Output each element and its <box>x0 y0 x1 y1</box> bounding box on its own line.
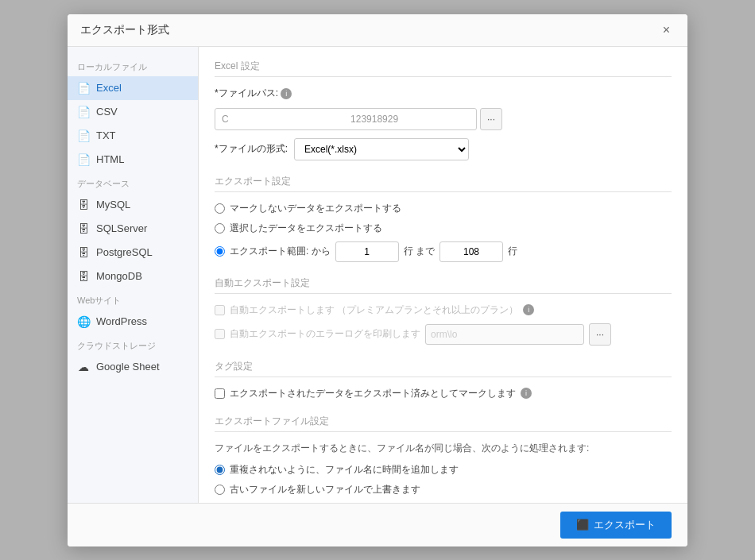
export-btn-icon: ⬛ <box>576 519 589 531</box>
html-icon: 📄 <box>77 153 90 166</box>
sidebar: ローカルファイル 📄 Excel 📄 CSV 📄 TXT 📄 HTML データベ… <box>68 47 199 503</box>
export-btn-label: エクスポート <box>594 518 656 532</box>
radio-range[interactable] <box>215 246 225 257</box>
export-dialog: エクスポート形式 × ローカルファイル 📄 Excel 📄 CSV 📄 TXT … <box>68 14 687 546</box>
dialog-body: ローカルファイル 📄 Excel 📄 CSV 📄 TXT 📄 HTML データベ… <box>68 47 687 503</box>
auto-log-checkbox[interactable] <box>215 329 225 339</box>
auto-export-title: 自動エクスポート設定 <box>215 276 672 294</box>
dialog-footer: ⬛ エクスポート <box>68 503 687 546</box>
radio-range-label: エクスポート範囲: から <box>230 245 331 258</box>
tag-section-title: タグ設定 <box>215 360 672 377</box>
radio-selected-label: 選択したデータをエクスポートする <box>230 222 382 235</box>
export-file-title: エクスポートファイル設定 <box>215 415 672 432</box>
export-file-section: エクスポートファイル設定 ファイルをエクスポートするときに、ファイル名が同じ場合… <box>215 415 672 503</box>
sidebar-item-html[interactable]: 📄 HTML <box>68 148 198 172</box>
auto-export-row: 自動エクスポートします （プレミアムプランとそれ以上のプラン） i <box>215 303 672 317</box>
dialog-header: エクスポート形式 × <box>68 14 687 47</box>
export-settings-section: エクスポート設定 マークしないデータをエクスポートする 選択したデータをエクスポ… <box>215 175 672 262</box>
file-path-info-icon[interactable]: i <box>281 88 292 99</box>
sidebar-item-sqlserver[interactable]: 🗄 SQLServer <box>68 217 198 241</box>
sidebar-item-postgresql[interactable]: 🗄 PostgreSQL <box>68 241 198 265</box>
mysql-icon: 🗄 <box>77 199 90 211</box>
export-button[interactable]: ⬛ エクスポート <box>560 512 672 539</box>
export-settings-title: エクスポート設定 <box>215 175 672 192</box>
excel-section-title: Excel 設定 <box>215 60 672 77</box>
auto-log-browse-button[interactable]: ··· <box>589 323 611 346</box>
sidebar-label-excel: Excel <box>96 82 122 94</box>
sidebar-label-googlesheet: Google Sheet <box>96 361 160 373</box>
radio-add-time[interactable] <box>215 465 225 475</box>
file-format-label: *ファイルの形式: <box>215 142 288 156</box>
tag-mark-label: エクスポートされたデータをエクスポート済みとしてマークします <box>230 387 516 400</box>
mongodb-icon: 🗄 <box>77 270 90 283</box>
close-button[interactable]: × <box>658 22 675 38</box>
range-to-label: 行 まで <box>404 245 435 258</box>
radio-add-time-row: 重複されないように、ファイル名に時間を追加します <box>215 463 672 477</box>
radio-unmark-row: マークしないデータをエクスポートする <box>215 202 672 215</box>
main-content: Excel 設定 *ファイルパス: i ··· *ファイルの形式: Excel(… <box>199 47 687 503</box>
radio-add-time-label: 重複されないように、ファイル名に時間を追加します <box>230 463 459 477</box>
postgresql-icon: 🗄 <box>77 246 90 259</box>
file-path-label: *ファイルパス: i <box>215 87 292 100</box>
file-path-row: *ファイルパス: i <box>215 87 672 100</box>
radio-overwrite[interactable] <box>215 485 225 495</box>
file-format-row: *ファイルの形式: Excel(*.xlsx) Excel(*.xls) Exc… <box>215 138 672 160</box>
file-path-input[interactable] <box>215 108 477 130</box>
sidebar-item-csv[interactable]: 📄 CSV <box>68 100 198 124</box>
range-row: エクスポート範囲: から 行 まで 行 <box>215 241 672 262</box>
radio-unmark-label: マークしないデータをエクスポートする <box>230 202 401 215</box>
sidebar-item-wordpress[interactable]: 🌐 WordPress <box>68 310 198 334</box>
sidebar-item-txt[interactable]: 📄 TXT <box>68 124 198 148</box>
auto-export-info-icon[interactable]: i <box>523 304 534 315</box>
sidebar-label-csv: CSV <box>96 106 118 118</box>
sidebar-label-txt: TXT <box>96 129 116 141</box>
auto-log-path-input[interactable] <box>425 324 584 345</box>
sidebar-item-mysql[interactable]: 🗄 MySQL <box>68 193 198 217</box>
file-path-container: ··· <box>215 108 672 130</box>
auto-export-section: 自動エクスポート設定 自動エクスポートします （プレミアムプランとそれ以上のプラ… <box>215 276 672 346</box>
sidebar-label-sqlserver: SQLServer <box>96 222 147 234</box>
sidebar-label-wordpress: WordPress <box>96 315 147 327</box>
dialog-title: エクスポート形式 <box>80 23 169 37</box>
sqlserver-icon: 🗄 <box>77 222 90 235</box>
radio-selected[interactable] <box>215 223 225 234</box>
tag-mark-info-icon[interactable]: i <box>521 388 532 399</box>
sidebar-label-postgresql: PostgreSQL <box>96 246 153 258</box>
csv-icon: 📄 <box>77 106 90 118</box>
auto-log-label: 自動エクスポートのエラーログを印刷します <box>230 327 420 341</box>
tag-section: タグ設定 エクスポートされたデータをエクスポート済みとしてマークします i <box>215 360 672 400</box>
auto-export-label: 自動エクスポートします （プレミアムプランとそれ以上のプラン） <box>230 303 518 317</box>
auto-log-row: 自動エクスポートのエラーログを印刷します ··· <box>215 323 672 346</box>
sidebar-item-mongodb[interactable]: 🗄 MongoDB <box>68 265 198 288</box>
radio-overwrite-label: 古いファイルを新しいファイルで上書きます <box>230 483 420 496</box>
radio-selected-row: 選択したデータをエクスポートする <box>215 222 672 235</box>
auto-export-checkbox[interactable] <box>215 305 225 315</box>
txt-icon: 📄 <box>77 129 90 142</box>
sidebar-section-db: データベース <box>68 172 198 193</box>
tag-mark-row: エクスポートされたデータをエクスポート済みとしてマークします i <box>215 387 672 400</box>
radio-overwrite-row: 古いファイルを新しいファイルで上書きます <box>215 483 672 496</box>
sidebar-item-googlesheet[interactable]: ☁ Google Sheet <box>68 355 198 379</box>
sidebar-label-mongodb: MongoDB <box>96 270 142 282</box>
sidebar-label-mysql: MySQL <box>96 199 130 210</box>
range-unit: 行 <box>508 245 517 258</box>
tag-mark-checkbox[interactable] <box>215 388 225 399</box>
wordpress-icon: 🌐 <box>77 315 90 328</box>
googlesheet-icon: ☁ <box>77 361 90 373</box>
sidebar-label-html: HTML <box>96 153 124 165</box>
browse-button[interactable]: ··· <box>480 108 502 130</box>
radio-unmark[interactable] <box>215 203 225 214</box>
sidebar-section-web: Webサイト <box>68 288 198 310</box>
excel-section: Excel 設定 *ファイルパス: i ··· *ファイルの形式: Excel(… <box>215 60 672 160</box>
sidebar-item-excel[interactable]: 📄 Excel <box>68 76 198 100</box>
range-to-input[interactable] <box>439 241 503 262</box>
file-format-select[interactable]: Excel(*.xlsx) Excel(*.xls) Excel 97-2003… <box>294 138 469 160</box>
excel-icon: 📄 <box>77 82 90 95</box>
sidebar-section-local: ローカルファイル <box>68 55 198 76</box>
range-from-input[interactable] <box>335 241 399 262</box>
export-file-desc: ファイルをエクスポートするときに、ファイル名が同じ場合、次のように処理されます: <box>215 442 672 455</box>
sidebar-section-cloud: クラウドストレージ <box>68 334 198 355</box>
